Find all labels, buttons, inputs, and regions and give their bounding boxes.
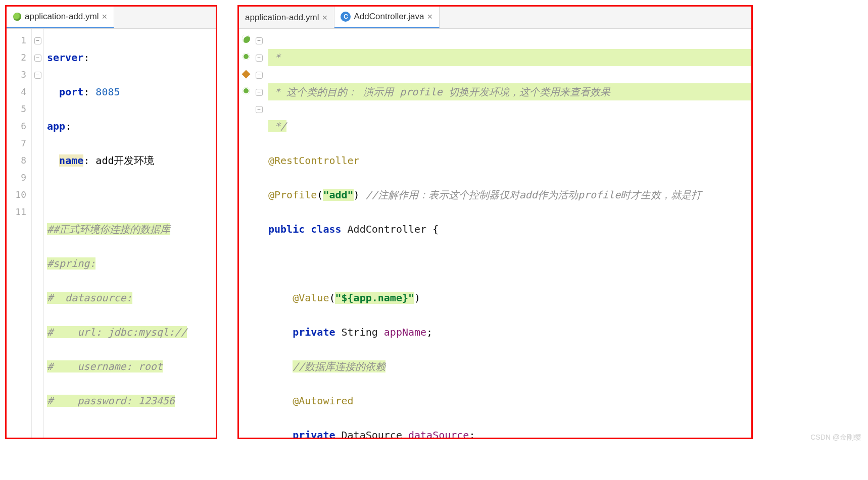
fold-marker-icon[interactable]: − <box>256 55 263 62</box>
inline-comment: //注解作用：表示这个控制器仅对add作为活动profile时才生效，就是打 <box>366 189 702 201</box>
left-editor-panel: application-add.yml ✕ 1 2 3 4 5 6 7 8 9 … <box>5 5 217 439</box>
yaml-value: 8085 <box>95 86 120 98</box>
fold-marker-icon[interactable]: − <box>256 72 263 79</box>
annotation-profile: @Profile <box>268 189 317 201</box>
yaml-key: port <box>59 86 83 98</box>
javadoc-close: */ <box>268 120 286 132</box>
fold-marker-icon[interactable]: − <box>34 72 41 79</box>
fold-marker-icon[interactable]: − <box>34 37 41 44</box>
yaml-key: app <box>47 120 65 132</box>
yaml-key: name <box>59 154 83 167</box>
right-editor[interactable]: − − − − − * * 这个类的目的： 演示用 profile 切换开发环境… <box>239 29 751 438</box>
close-icon[interactable]: ✕ <box>427 13 433 21</box>
inline-comment: //数据库连接的依赖 <box>293 360 385 372</box>
right-tab-bar: application-add.yml ✕ C AddController.ja… <box>239 7 751 29</box>
yml-file-icon <box>13 12 22 21</box>
yaml-key: server <box>47 51 83 64</box>
right-editor-panel: application-add.yml ✕ C AddController.ja… <box>237 5 753 439</box>
java-file-icon: C <box>341 12 351 22</box>
tab-addcontroller-java[interactable]: C AddController.java ✕ <box>334 7 440 28</box>
fold-marker-icon[interactable]: − <box>34 55 41 62</box>
yaml-comment: # username: root <box>47 360 163 372</box>
right-code-area[interactable]: * * 这个类的目的： 演示用 profile 切换开发环境，这个类用来查看效果… <box>265 29 751 438</box>
annotation-restcontroller: @RestController <box>268 154 360 167</box>
fold-gutter: − − − <box>32 29 44 438</box>
yaml-comment: #spring: <box>47 257 95 270</box>
left-tab-bar: application-add.yml ✕ <box>7 7 216 29</box>
fold-marker-icon[interactable]: − <box>256 37 263 44</box>
yaml-comment: ##正式环境你连接的数据库 <box>47 223 170 235</box>
icon-gutter <box>239 29 253 438</box>
watermark-text: CSDN @金刚缨 <box>810 433 861 442</box>
yaml-comment: # password: 123456 <box>47 395 175 407</box>
fold-gutter: − − − − − <box>253 29 265 438</box>
endpoint-gutter-icon[interactable] <box>243 88 250 96</box>
annotation-autowired: @Autowired <box>293 395 353 407</box>
javadoc-comment: * 这个类的目的： 演示用 profile 切换开发环境，这个类用来查看效果 <box>268 83 751 100</box>
field-datasource: dataSource <box>408 429 469 438</box>
tab-application-add-yml[interactable]: application-add.yml ✕ <box>7 7 114 28</box>
yaml-comment: # url: jdbc:mysql:// <box>47 326 187 338</box>
left-code-area[interactable]: server: port: 8085 app: name: add开发环境 ##… <box>44 29 216 438</box>
left-editor[interactable]: 1 2 3 4 5 6 7 8 9 10 11 − − − server: po… <box>7 29 216 438</box>
yaml-value: add开发环境 <box>95 154 154 167</box>
spring-bean-icon[interactable] <box>242 36 250 44</box>
line-number-gutter: 1 2 3 4 5 6 7 8 9 10 11 <box>7 29 32 438</box>
class-name: AddController <box>348 223 427 235</box>
annotation-value: @Value <box>293 292 329 304</box>
tab-application-add-yml[interactable]: application-add.yml ✕ <box>239 7 334 28</box>
field-appname: appName <box>384 326 426 338</box>
close-icon[interactable]: ✕ <box>102 13 108 21</box>
autowired-gutter-icon[interactable] <box>243 71 249 79</box>
tab-label: AddController.java <box>354 12 424 22</box>
yaml-comment: # datasource: <box>47 292 132 304</box>
fold-marker-icon[interactable]: − <box>256 89 263 96</box>
tab-label: application-add.yml <box>245 13 319 23</box>
bean-gutter-icon[interactable] <box>243 54 250 62</box>
tab-label: application-add.yml <box>25 12 99 22</box>
fold-marker-icon[interactable]: − <box>256 106 263 113</box>
close-icon[interactable]: ✕ <box>322 14 328 22</box>
